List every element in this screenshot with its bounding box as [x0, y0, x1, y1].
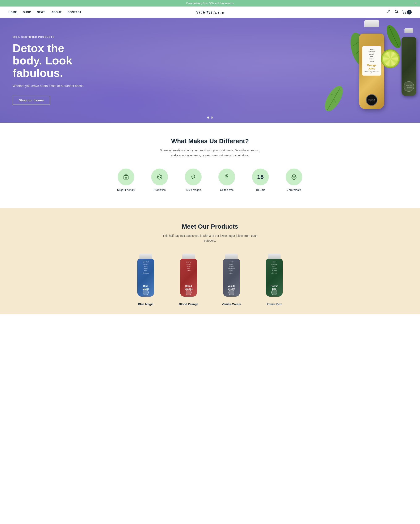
product-blood-orange[interactable]: parsleygingercelerybeetcarrot BloodOrang… [170, 254, 208, 306]
vanilla-cream-name: Vanilla Cream [222, 303, 241, 306]
logo-text: NORTH [195, 10, 213, 15]
product-power-box[interactable]: celerygrapefruitlettucespinachparsleyalo… [255, 254, 293, 306]
leaf-2-icon [317, 80, 351, 118]
logo-italic: Juice [213, 10, 225, 15]
blood-orange-badge [186, 289, 192, 295]
blue-magic-name: Blue Magic [138, 303, 154, 306]
sugar-friendly-label: Sugar Friendly [117, 188, 135, 192]
hero-section: 100% CERTIFIED PRODUCTS Detox the body. … [0, 18, 420, 123]
carousel-dot-1[interactable] [207, 116, 209, 119]
main-juice-bottle: apple cucumber spinach kale Lemon ginger… [359, 20, 384, 109]
carousel-dot-2[interactable] [211, 116, 213, 119]
probiotics-icon [151, 169, 168, 185]
dark-bottle-badge-text: ORGANICFARMING [406, 85, 412, 88]
bottle-ingredients: apple cucumber spinach kale Lemon ginger [364, 48, 380, 62]
carousel-dots [207, 116, 213, 119]
sugar-friendly-icon [118, 169, 134, 185]
blood-orange-body: parsleygingercelerybeetcarrot BloodOrang… [180, 259, 197, 297]
blood-orange-ingredients: parsleygingercelerybeetcarrot [180, 259, 197, 274]
svg-point-25 [158, 178, 159, 178]
svg-point-3 [403, 13, 404, 14]
probiotics-label: Probiotics [154, 188, 166, 192]
feature-zero-waste: Zero Waste [281, 169, 306, 192]
cart-count: 0 [407, 10, 411, 15]
zero-waste-label: Zero Waste [287, 188, 301, 192]
feature-sugar-friendly: Sugar Friendly [114, 169, 139, 192]
dark-bottle-body: ORGANICFARMING [402, 37, 416, 96]
vanilla-cream-cap [225, 254, 238, 259]
svg-point-23 [160, 175, 161, 176]
power-box-name: Power Box [267, 303, 282, 306]
nav-item-home[interactable]: HOME [9, 10, 17, 14]
nav-item-about[interactable]: ABOUT [52, 10, 62, 14]
vanilla-cream-body: mintgingervanillacinnamonlemonagave Vani… [223, 259, 240, 297]
blue-magic-bottle: grapefruitcoconutwaterapplebasilpineappl… [135, 254, 156, 300]
blue-magic-ingredients: grapefruitcoconutwaterapplebasilpineappl… [137, 259, 154, 276]
hero-cta-button[interactable]: Shop our flavors [13, 96, 50, 105]
hero-content: 100% CERTIFIED PRODUCTS Detox the body. … [0, 23, 109, 118]
features-section: What Makes Us Different? Share informati… [0, 123, 420, 208]
products-subtitle: This half-day fast eases you in with 3 o… [158, 234, 262, 244]
logo[interactable]: NORTHJuice [195, 9, 225, 15]
bottle-label: apple cucumber spinach kale Lemon ginger… [362, 46, 381, 76]
blood-orange-name: Blood Orange [179, 303, 198, 306]
power-box-bottle: celerygrapefruitlettucespinachparsleyalo… [264, 254, 285, 300]
bottle-product-name: OrangeJuice [364, 64, 380, 70]
gluten-free-icon [219, 169, 235, 185]
svg-point-32 [293, 176, 295, 177]
vanilla-cream-badge [228, 289, 234, 295]
cals-label: 18 Cals [256, 188, 265, 192]
cals-number: 18 [257, 174, 263, 180]
main-nav: HOME SHOP NEWS ABOUT CONTACT [9, 10, 81, 14]
hero-badge: 100% CERTIFIED PRODUCTS [13, 36, 96, 38]
hero-image-area: apple cucumber spinach kale Lemon ginger… [189, 18, 420, 123]
dark-bottle-badge: ORGANICFARMING [404, 81, 414, 92]
features-subtitle: Share information about your brand with … [158, 148, 262, 158]
power-box-cap [268, 254, 280, 259]
product-blue-magic[interactable]: grapefruitcoconutwaterapplebasilpineappl… [127, 254, 165, 306]
products-grid: grapefruitcoconutwaterapplebasilpineappl… [9, 254, 411, 306]
products-section: Meet Our Products This half-day fast eas… [0, 208, 420, 314]
bottle-cap [364, 20, 379, 27]
search-icon-button[interactable] [394, 9, 399, 15]
nav-item-shop[interactable]: SHOP [23, 10, 31, 14]
announcement-text: Free delivery from $60 and free returns [186, 2, 234, 5]
nav-item-contact[interactable]: CONTACT [68, 10, 81, 14]
announcement-close-button[interactable]: × [414, 1, 417, 5]
feature-cals: 18 18 Cals [248, 169, 273, 192]
power-box-body: celerygrapefruitlettucespinachparsleyalo… [266, 259, 283, 297]
svg-point-22 [158, 176, 159, 176]
hero-title: Detox the body. Look fabulous. [13, 42, 96, 79]
vanilla-cream-ingredients: mintgingervanillacinnamonlemonagave [223, 259, 240, 276]
svg-point-26 [160, 177, 160, 177]
organic-seal: ORGANICFARMING [366, 94, 377, 106]
svg-line-2 [397, 12, 398, 13]
cart-button[interactable]: 0 [402, 10, 411, 15]
vegan-label: 100% Vegan [185, 188, 201, 192]
features-grid: Sugar Friendly Probiotics [9, 169, 411, 192]
products-title: Meet Our Products [9, 223, 411, 230]
blood-orange-cap [182, 254, 195, 259]
feature-probiotics: Probiotics [147, 169, 172, 192]
vanilla-cream-bottle: mintgingervanillacinnamonlemonagave Vani… [221, 254, 242, 300]
gluten-free-label: Gluten-free [220, 188, 234, 192]
feature-vegan: 100% Vegan [181, 169, 206, 192]
nav-icons: 0 [387, 9, 411, 15]
blue-magic-body: grapefruitcoconutwaterapplebasilpineappl… [137, 259, 154, 297]
nav-item-news[interactable]: NEWS [37, 10, 45, 14]
announcement-bar: Free delivery from $60 and free returns … [0, 0, 420, 7]
dark-juice-bottle: ORGANICFARMING [402, 28, 416, 96]
power-box-badge [271, 289, 277, 295]
product-vanilla-cream[interactable]: mintgingervanillacinnamonlemonagave Vani… [212, 254, 250, 306]
bottle-net-weight: NET WT. 16.9 FL.OZ. 500 ML [364, 71, 380, 73]
header: HOME SHOP NEWS ABOUT CONTACT NORTHJuice [0, 7, 420, 18]
feature-gluten-free: Gluten-free [214, 169, 239, 192]
dark-bottle-cap [404, 28, 413, 33]
user-icon-button[interactable] [387, 9, 391, 15]
blood-orange-bottle: parsleygingercelerybeetcarrot BloodOrang… [178, 254, 199, 300]
svg-point-24 [160, 177, 161, 178]
organic-seal-text: ORGANICFARMING [368, 98, 375, 102]
blue-magic-cap [140, 254, 152, 259]
svg-point-1 [395, 10, 398, 13]
features-title: What Makes Us Different? [9, 138, 411, 145]
